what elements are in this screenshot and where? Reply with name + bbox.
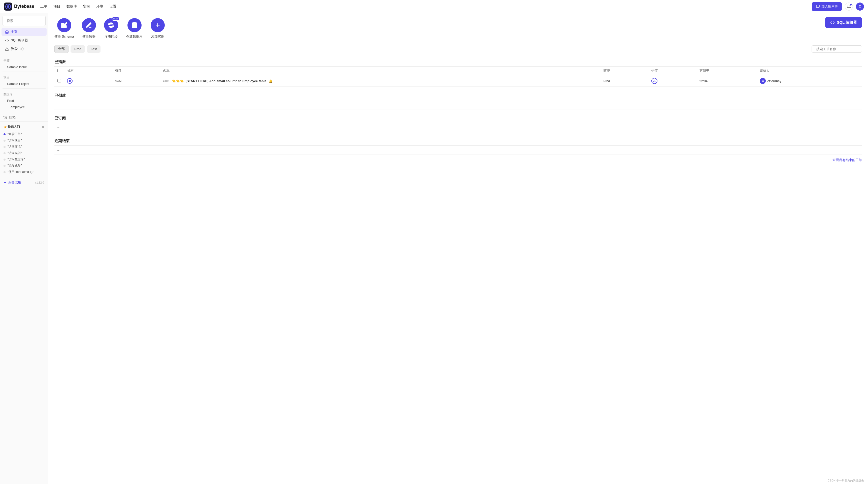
progress-icon: [651, 78, 657, 84]
home-icon: [5, 30, 9, 34]
sidebar-sample-issue[interactable]: Sample Issue: [0, 64, 48, 70]
notification-button[interactable]: [845, 2, 853, 10]
sidebar-prod[interactable]: Prod: [0, 97, 48, 104]
action-change-schema[interactable]: 变更 Schema: [54, 18, 74, 39]
quick-start-dot-5: [3, 165, 5, 167]
sync-table-icon-wrap: Beta: [104, 18, 118, 32]
th-updated: 更新于: [696, 66, 757, 75]
filter-tab-all[interactable]: 全部: [54, 45, 68, 53]
section-recent-ended-title: 近期结束: [54, 136, 862, 146]
beta-badge: Beta: [112, 17, 120, 21]
sidebar-employee[interactable]: employee: [0, 104, 48, 110]
table-row[interactable]: SAM #101 👈👈👈 [START HERE] Add email colu…: [54, 75, 862, 87]
quick-start-dot-3: [3, 152, 5, 154]
sidebar-item-anomaly[interactable]: 异常中心: [1, 45, 46, 53]
add-instance-icon-wrap: [151, 18, 165, 32]
sidebar-footer: ✦ 免费试用 v1.12.0: [0, 177, 48, 187]
nav-right: 加入用户群 C: [812, 2, 864, 11]
logo[interactable]: Bytebase: [4, 2, 34, 10]
reviewer-cell: C czjourney: [760, 78, 859, 84]
quick-start-close-button[interactable]: ✕: [41, 125, 44, 129]
nav-instance[interactable]: 实例: [83, 3, 90, 10]
quick-start-item-3[interactable]: "访问实例": [2, 150, 45, 156]
quick-start-item-1[interactable]: "访问项目": [2, 137, 45, 144]
view-all-ended-link[interactable]: 查看所有结束的工单: [54, 155, 862, 165]
sidebar-divider-4: [2, 112, 45, 112]
svg-point-4: [7, 8, 8, 9]
sync-icon: [108, 22, 114, 28]
section-created-title: 已创建: [54, 91, 862, 100]
change-schema-icon: [61, 22, 67, 28]
sync-table-label: 库表同步: [104, 34, 118, 39]
svg-point-5: [5, 6, 6, 7]
created-table: –: [54, 100, 862, 109]
free-trial-button[interactable]: ✦ 免费试用: [2, 179, 22, 186]
add-instance-label: 添加实例: [151, 34, 164, 39]
action-change-data[interactable]: 变更数据: [82, 18, 96, 39]
quick-start-dot-0: [3, 133, 5, 135]
quick-start-item-6[interactable]: "使用 kbar (cmd-k)": [2, 169, 45, 175]
sidebar-sql-editor-label: SQL 编辑器: [11, 38, 28, 42]
quick-start-item-2[interactable]: "访问环境": [2, 144, 45, 150]
row-checkbox[interactable]: [57, 79, 61, 82]
sidebar-divider-1: [2, 55, 45, 55]
action-create-db[interactable]: 创建数据库: [126, 18, 143, 39]
filter-tabs: 全部 Prod Test: [54, 45, 862, 53]
created-empty-row: –: [54, 100, 862, 109]
row-env: Prod: [600, 75, 648, 87]
star-icon: ★: [3, 125, 7, 129]
svg-point-2: [7, 5, 9, 8]
filter-tab-prod[interactable]: Prod: [70, 46, 85, 53]
select-all-checkbox[interactable]: [57, 69, 61, 73]
bell-small-icon: 🔔: [269, 79, 273, 83]
row-updated: 22:04: [696, 75, 757, 87]
quick-start-panel: ★ 快速入门 ✕ "查看工单" "访问项目" "访问环境" "访问实例": [0, 121, 48, 177]
nav-environment[interactable]: 环境: [96, 3, 103, 10]
sidebar-search[interactable]: ⌘ K: [2, 16, 45, 26]
change-data-icon: [86, 22, 92, 28]
svg-point-18: [654, 80, 655, 81]
anomaly-icon: [5, 47, 9, 51]
action-sync-table[interactable]: Beta 库表同步: [104, 18, 118, 39]
sql-editor-button[interactable]: SQL 编辑器: [825, 17, 862, 28]
nav-settings[interactable]: 设置: [109, 3, 116, 10]
nav-project[interactable]: 项目: [53, 3, 60, 10]
search-issue-box[interactable]: [812, 46, 862, 53]
create-db-icon-wrap: [127, 18, 142, 32]
sidebar-item-home[interactable]: 主页: [1, 28, 46, 36]
sql-editor-btn-icon: [830, 21, 835, 25]
search-issue-input[interactable]: [816, 47, 859, 51]
quick-start-title: ★ 快速入门: [3, 125, 20, 129]
quick-start-item-0[interactable]: "查看工单": [2, 131, 45, 137]
logo-icon: [4, 2, 12, 10]
content-area: SQL 编辑器 变更 Schema 变更数据: [49, 13, 868, 484]
nav-workorder[interactable]: 工单: [40, 3, 48, 10]
row-title-text: [START HERE] Add email column to Employe…: [186, 79, 267, 83]
row-reviewer: C czjourney: [757, 75, 862, 87]
quick-start-dot-2: [3, 146, 5, 148]
search-input[interactable]: [7, 19, 49, 23]
user-avatar-button[interactable]: C: [856, 2, 864, 10]
th-status: 状态: [64, 66, 112, 75]
svg-rect-11: [4, 116, 7, 117]
section-subscribed-title: 已订阅: [54, 113, 862, 123]
quick-start-item-4[interactable]: "访问数据库": [2, 156, 45, 163]
svg-point-6: [10, 6, 11, 7]
created-empty-cell: –: [54, 100, 862, 109]
sparkle-icon: ✦: [3, 180, 6, 184]
assigned-table: 状态 项目 名称 环境 进度 更新于 审核人: [54, 66, 862, 87]
recent-ended-empty-cell: –: [54, 146, 862, 155]
quick-start-item-5[interactable]: "添加成员": [2, 163, 45, 169]
sidebar-anomaly-label: 异常中心: [11, 47, 24, 51]
plus-icon: [154, 22, 161, 28]
footer-note: CSDN 专一只努力的的建筑去: [828, 479, 864, 483]
reviewer-avatar: C: [760, 78, 766, 84]
sidebar-item-sql-editor[interactable]: SQL 编辑器: [1, 36, 46, 45]
filter-tab-test[interactable]: Test: [87, 46, 100, 53]
th-reviewer: 审核人: [757, 66, 862, 75]
sidebar-archive[interactable]: 归档: [0, 113, 48, 121]
nav-database[interactable]: 数据库: [66, 3, 77, 10]
sidebar-sample-project[interactable]: Sample Project: [0, 81, 48, 87]
join-community-button[interactable]: 加入用户群: [812, 2, 842, 11]
action-add-instance[interactable]: 添加实例: [151, 18, 165, 39]
